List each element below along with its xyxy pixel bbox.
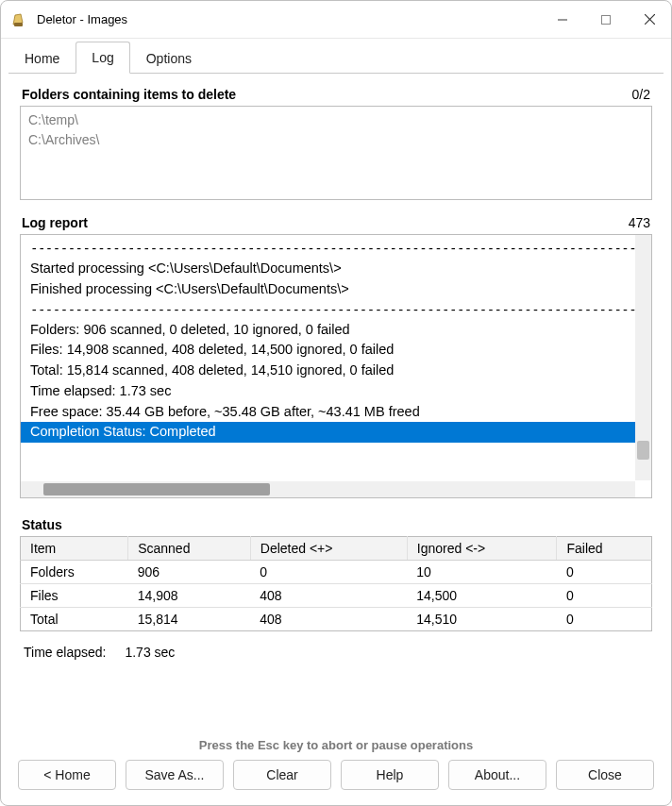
log-separator: ----------------------------------------…	[30, 239, 642, 259]
time-elapsed-row: Time elapsed: 1.73 sec	[20, 631, 652, 663]
button-row: < Home Save As... Clear Help About... Cl…	[18, 760, 654, 790]
col-item[interactable]: Item	[21, 537, 128, 561]
log-textarea[interactable]: ----------------------------------------…	[20, 234, 652, 498]
cell-failed: 0	[557, 608, 652, 631]
log-line: Free space: 35.44 GB before, ~35.48 GB a…	[30, 402, 642, 423]
log-line: Files: 14,908 scanned, 408 deleted, 14,5…	[30, 340, 642, 361]
col-ignored[interactable]: Ignored <->	[407, 537, 557, 561]
cell-scanned: 14,908	[128, 584, 251, 608]
folder-item: C:\Archives\	[28, 130, 644, 150]
status-title: Status	[22, 517, 62, 532]
app-icon	[10, 10, 29, 29]
cell-label: Files	[21, 584, 128, 608]
table-row: Total 15,814 408 14,510 0	[21, 608, 652, 631]
log-line: Folders: 906 scanned, 0 deleted, 10 igno…	[30, 320, 642, 341]
cell-failed: 0	[557, 561, 652, 584]
status-header: Status	[20, 512, 652, 536]
log-line: Started processing <C:\Users\Default\Doc…	[30, 259, 642, 279]
log-line: Time elapsed: 1.73 sec	[30, 381, 642, 402]
scrollbar-thumb[interactable]	[43, 483, 270, 495]
titlebar: Deletor - Images	[1, 1, 671, 39]
close-window-button[interactable]	[628, 1, 671, 38]
tab-options[interactable]: Options	[130, 42, 208, 74]
col-scanned[interactable]: Scanned	[128, 537, 251, 561]
minimize-button[interactable]	[541, 1, 584, 38]
cell-ignored: 10	[407, 561, 557, 584]
close-button[interactable]: Close	[556, 760, 654, 790]
folders-list[interactable]: C:\temp\ C:\Archives\	[20, 106, 652, 200]
log-header: Log report 473	[20, 210, 652, 234]
window-controls	[541, 1, 671, 38]
hint-text: Press the Esc key to abort or pause oper…	[18, 738, 654, 760]
svg-rect-2	[602, 15, 611, 24]
tab-log[interactable]: Log	[76, 42, 129, 74]
folders-count: 0/2	[632, 87, 650, 102]
cell-deleted: 0	[250, 561, 407, 584]
cell-label: Folders	[21, 561, 128, 584]
svg-rect-0	[14, 23, 23, 26]
folders-title: Folders containing items to delete	[22, 87, 236, 102]
clear-button[interactable]: Clear	[233, 760, 331, 790]
log-line-selected: Completion Status: Completed	[21, 422, 651, 443]
about-button[interactable]: About...	[448, 760, 546, 790]
cell-ignored: 14,510	[407, 608, 557, 631]
col-deleted[interactable]: Deleted <+>	[250, 537, 407, 561]
log-title: Log report	[22, 215, 88, 230]
horizontal-scrollbar[interactable]	[21, 481, 635, 497]
col-failed[interactable]: Failed	[557, 537, 652, 561]
table-row: Files 14,908 408 14,500 0	[21, 584, 652, 608]
maximize-button[interactable]	[584, 1, 628, 38]
folders-header: Folders containing items to delete 0/2	[20, 81, 652, 106]
table-header-row: Item Scanned Deleted <+> Ignored <-> Fai…	[21, 537, 652, 561]
help-button[interactable]: Help	[341, 760, 439, 790]
log-separator: ----------------------------------------…	[30, 300, 642, 320]
cell-scanned: 906	[128, 561, 251, 584]
vertical-scrollbar[interactable]	[635, 235, 651, 480]
cell-label: Total	[21, 608, 128, 631]
log-line: Finished processing <C:\Users\Default\Do…	[30, 279, 642, 300]
log-count: 473	[629, 215, 650, 230]
cell-scanned: 15,814	[128, 608, 251, 631]
status-table: Item Scanned Deleted <+> Ignored <-> Fai…	[20, 536, 652, 631]
folder-item: C:\temp\	[28, 110, 644, 130]
table-row: Folders 906 0 10 0	[21, 561, 652, 584]
time-elapsed-label: Time elapsed:	[24, 645, 106, 660]
time-elapsed-value: 1.73 sec	[125, 645, 175, 660]
tab-home[interactable]: Home	[8, 42, 76, 74]
window-title: Deletor - Images	[37, 12, 541, 26]
cell-ignored: 14,500	[407, 584, 557, 608]
log-panel: Folders containing items to delete 0/2 C…	[1, 74, 671, 732]
footer: Press the Esc key to abort or pause oper…	[1, 732, 671, 805]
tab-bar: Home Log Options	[1, 39, 671, 73]
cell-failed: 0	[557, 584, 652, 608]
home-button[interactable]: < Home	[18, 760, 116, 790]
save-as-button[interactable]: Save As...	[126, 760, 224, 790]
scrollbar-thumb[interactable]	[637, 441, 649, 460]
cell-deleted: 408	[250, 608, 407, 631]
log-line: Total: 15,814 scanned, 408 deleted, 14,5…	[30, 361, 642, 381]
cell-deleted: 408	[250, 584, 407, 608]
